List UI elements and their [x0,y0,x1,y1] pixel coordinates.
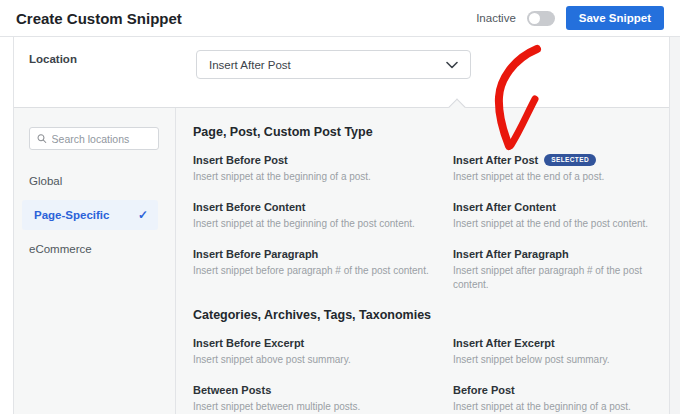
sidebar-item-label: Global [29,175,62,187]
page-title: Create Custom Snippet [16,10,182,27]
option-title: Insert Before Post [193,153,453,167]
option-title: Insert Before Excerpt [193,336,453,350]
option-description: Insert snippet before paragraph # of the… [193,264,443,278]
top-bar: Create Custom Snippet Inactive Save Snip… [0,0,680,37]
search-input[interactable] [52,133,151,145]
location-sidebar: Global Page-Specific ✓ eCommerce [14,108,176,414]
location-label: Location [29,53,77,65]
toggle-knob-icon [529,13,540,24]
location-option-insert-before-post[interactable]: Insert Before Post Insert snippet at the… [193,153,453,184]
option-title: Between Posts [193,383,453,397]
location-option-insert-before-content[interactable]: Insert Before Content Insert snippet at … [193,200,453,231]
option-description: Insert snippet above post summary. [193,353,443,367]
location-select[interactable]: Insert After Post [196,50,471,79]
option-title: Before Post [453,383,669,397]
location-option-insert-after-excerpt[interactable]: Insert After Excerpt Insert snippet belo… [453,336,669,367]
check-icon: ✓ [138,208,148,222]
option-title: Insert Before Paragraph [193,247,453,261]
section-heading: Page, Post, Custom Post Type [193,125,669,140]
location-option-insert-after-content[interactable]: Insert After Content Insert snippet at t… [453,200,669,231]
section-heading: Categories, Archives, Tags, Taxonomies [193,308,669,323]
sidebar-item-label: eCommerce [29,243,92,255]
status-toggle[interactable] [527,11,555,26]
chevron-down-icon [446,61,458,69]
sidebar-item-page-specific[interactable]: Page-Specific ✓ [22,200,158,230]
option-description: Insert snippet below post summary. [453,353,669,367]
section-categories-archives: Categories, Archives, Tags, Taxonomies I… [193,308,669,414]
option-title: Insert After Paragraph [453,247,669,261]
page-background [670,37,680,414]
sidebar-item-ecommerce[interactable]: eCommerce [14,234,175,264]
sidebar-item-global[interactable]: Global [14,166,175,196]
option-description: Insert snippet at the end of a post. [453,170,669,184]
location-option-insert-before-paragraph[interactable]: Insert Before Paragraph Insert snippet b… [193,247,453,292]
option-title: Insert After Post SELECTED [453,153,669,167]
option-description: Insert snippet between multiple posts. [193,400,443,414]
status-label: Inactive [476,12,516,24]
location-select-value: Insert After Post [209,59,291,71]
option-title: Insert After Excerpt [453,336,669,350]
section-page-post: Page, Post, Custom Post Type Insert Befo… [193,125,669,292]
location-options: Page, Post, Custom Post Type Insert Befo… [177,108,669,414]
location-option-before-post[interactable]: Before Post Insert snippet at the beginn… [453,383,669,414]
wpcode-snippet-editor: Create Custom Snippet Inactive Save Snip… [0,0,680,414]
location-picker-panel: Global Page-Specific ✓ eCommerce Page, P… [14,107,669,414]
search-box [29,127,159,150]
location-option-between-posts[interactable]: Between Posts Insert snippet between mul… [193,383,453,414]
location-option-insert-after-post[interactable]: Insert After Post SELECTED Insert snippe… [453,153,669,184]
top-bar-actions: Inactive Save Snippet [476,6,664,30]
options-grid: Insert Before Post Insert snippet at the… [193,153,669,292]
search-icon [37,133,47,144]
location-row: Location Insert After Post [14,37,669,107]
option-title: Insert Before Content [193,200,453,214]
snippet-form-panel: Location Insert After Post [13,37,670,414]
option-title: Insert After Content [453,200,669,214]
location-option-insert-after-paragraph[interactable]: Insert After Paragraph Insert snippet af… [453,247,669,292]
option-description: Insert snippet at the end of the post co… [453,217,669,231]
selected-badge: SELECTED [544,154,596,166]
location-option-insert-before-excerpt[interactable]: Insert Before Excerpt Insert snippet abo… [193,336,453,367]
option-description: Insert snippet at the beginning of a pos… [453,400,669,414]
sidebar-item-label: Page-Specific [34,209,109,221]
option-description: Insert snippet after paragraph # of the … [453,264,669,292]
sidebar-items: Global Page-Specific ✓ eCommerce [14,166,175,268]
option-description: Insert snippet at the beginning of the p… [193,217,443,231]
options-grid: Insert Before Excerpt Insert snippet abo… [193,336,669,414]
option-description: Insert snippet at the beginning of a pos… [193,170,443,184]
save-button[interactable]: Save Snippet [566,6,664,30]
